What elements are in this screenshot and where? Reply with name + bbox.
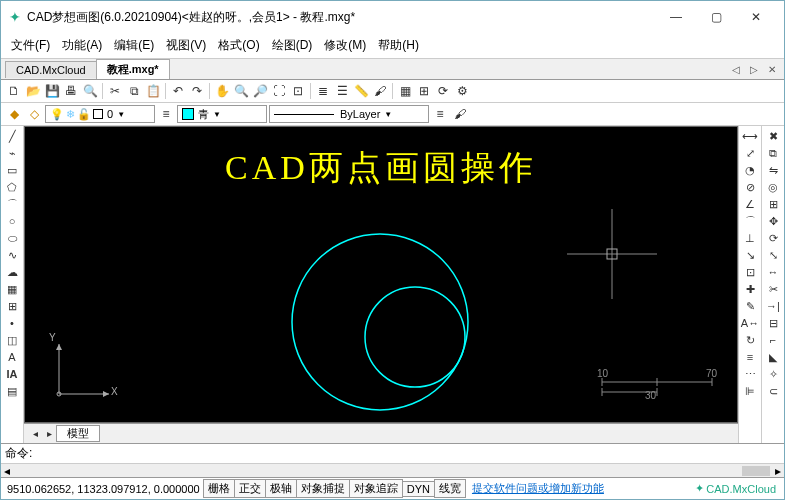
extend-icon[interactable]: →|	[764, 298, 782, 314]
menu-draw[interactable]: 绘图(D)	[266, 35, 319, 56]
copy2-icon[interactable]: ⧉	[764, 145, 782, 161]
line-icon[interactable]: ╱	[3, 128, 21, 144]
dim-angular-icon[interactable]: ∠	[741, 196, 759, 212]
close-button[interactable]: ✕	[736, 5, 776, 29]
tab-last-icon[interactable]: ▸	[42, 428, 56, 439]
scroll-thumb[interactable]	[742, 466, 770, 476]
menu-view[interactable]: 视图(V)	[160, 35, 212, 56]
status-dyn[interactable]: DYN	[402, 481, 435, 497]
dim-diameter-icon[interactable]: ⊘	[741, 179, 759, 195]
settings-icon[interactable]: ⚙	[453, 82, 471, 100]
move-icon[interactable]: ✥	[764, 213, 782, 229]
menu-modify[interactable]: 修改(M)	[318, 35, 372, 56]
leader-icon[interactable]: ↘	[741, 247, 759, 263]
fillet-icon[interactable]: ⌐	[764, 332, 782, 348]
open-icon[interactable]: 📂	[24, 82, 42, 100]
tab-prev-icon[interactable]: ◁	[728, 64, 744, 75]
command-input[interactable]	[34, 446, 780, 462]
dim-aligned-icon[interactable]: ⤢	[741, 145, 759, 161]
zoom-window-icon[interactable]: ⛶	[270, 82, 288, 100]
paste-icon[interactable]: 📋	[144, 82, 162, 100]
ellipse-icon[interactable]: ⬭	[3, 230, 21, 246]
polygon-icon[interactable]: ⬠	[3, 179, 21, 195]
trim-icon[interactable]: ✂	[764, 281, 782, 297]
cut-icon[interactable]: ✂	[106, 82, 124, 100]
arc-icon[interactable]: ⌒	[3, 196, 21, 212]
spline-icon[interactable]: ∿	[3, 247, 21, 263]
rotate-icon[interactable]: ⟳	[764, 230, 782, 246]
zoom-extents-icon[interactable]: ⊡	[289, 82, 307, 100]
tab-next-icon[interactable]: ▷	[746, 64, 762, 75]
scroll-right-icon[interactable]: ▸	[772, 464, 784, 478]
paint-icon[interactable]: 🖌	[371, 82, 389, 100]
tolerance-icon[interactable]: ⊡	[741, 264, 759, 280]
undo-icon[interactable]: ↶	[169, 82, 187, 100]
new-icon[interactable]: 🗋	[5, 82, 23, 100]
explode-icon[interactable]: ✧	[764, 366, 782, 382]
dim-baseline-icon[interactable]: ⊫	[741, 383, 759, 399]
feedback-link[interactable]: 提交软件问题或增加新功能	[472, 481, 604, 496]
region-icon[interactable]: ◫	[3, 332, 21, 348]
linetype-dropdown[interactable]: ByLayer ▼	[269, 105, 429, 123]
status-osnap[interactable]: 对象捕捉	[296, 479, 350, 498]
dim-continue-icon[interactable]: ⋯	[741, 366, 759, 382]
dim-radius-icon[interactable]: ◔	[741, 162, 759, 178]
hatch-icon[interactable]: ▦	[3, 281, 21, 297]
properties-icon[interactable]: ☰	[333, 82, 351, 100]
menu-function[interactable]: 功能(A)	[56, 35, 108, 56]
color-dropdown[interactable]: 青 ▼	[177, 105, 267, 123]
save-icon[interactable]: 💾	[43, 82, 61, 100]
rectangle-icon[interactable]: ▭	[3, 162, 21, 178]
status-polar[interactable]: 极轴	[265, 479, 297, 498]
dim-arc-icon[interactable]: ⌒	[741, 213, 759, 229]
insert-icon[interactable]: ⊞	[415, 82, 433, 100]
join-icon[interactable]: ⊂	[764, 383, 782, 399]
layer-manager-icon[interactable]: ≡	[157, 105, 175, 123]
menu-file[interactable]: 文件(F)	[5, 35, 56, 56]
regen-icon[interactable]: ⟳	[434, 82, 452, 100]
model-tab[interactable]: 模型	[56, 425, 100, 442]
table-icon[interactable]: ▤	[3, 383, 21, 399]
erase-icon[interactable]: ✖	[764, 128, 782, 144]
polyline-icon[interactable]: ⌁	[3, 145, 21, 161]
text-icon[interactable]: A	[3, 349, 21, 365]
drawing-canvas[interactable]: CAD两点画圆操作 Y X	[24, 126, 738, 423]
copy-icon[interactable]: ⧉	[125, 82, 143, 100]
dim-ordinate-icon[interactable]: ⊥	[741, 230, 759, 246]
status-grid[interactable]: 栅格	[203, 479, 235, 498]
minimize-button[interactable]: —	[656, 5, 696, 29]
dim-linear-icon[interactable]: ⟷	[741, 128, 759, 144]
menu-edit[interactable]: 编辑(E)	[108, 35, 160, 56]
dim-text-icon[interactable]: A↔	[741, 315, 759, 331]
lineweight-icon[interactable]: ≡	[431, 105, 449, 123]
scale-icon[interactable]: ⤡	[764, 247, 782, 263]
maximize-button[interactable]: ▢	[696, 5, 736, 29]
measure-icon[interactable]: 📏	[352, 82, 370, 100]
stretch-icon[interactable]: ↔	[764, 264, 782, 280]
tab-tutorial[interactable]: 教程.mxg*	[96, 59, 170, 79]
layer-dropdown[interactable]: 💡 ❄ 🔓 0 ▼	[45, 105, 155, 123]
horizontal-scrollbar[interactable]: ◂ ▸	[1, 463, 784, 477]
status-ortho[interactable]: 正交	[234, 479, 266, 498]
scroll-left-icon[interactable]: ◂	[1, 464, 13, 478]
dim-update-icon[interactable]: ↻	[741, 332, 759, 348]
matchprop-icon[interactable]: 🖌	[451, 105, 469, 123]
chamfer-icon[interactable]: ◣	[764, 349, 782, 365]
layers-icon[interactable]: ≣	[314, 82, 332, 100]
zoom-in-icon[interactable]: 🔍	[232, 82, 250, 100]
dim-edit-icon[interactable]: ✎	[741, 298, 759, 314]
block-insert-icon[interactable]: ⊞	[3, 298, 21, 314]
tab-cloud[interactable]: CAD.MxCloud	[5, 61, 97, 78]
block-icon[interactable]: ▦	[396, 82, 414, 100]
pan-icon[interactable]: ✋	[213, 82, 231, 100]
zoom-out-icon[interactable]: 🔎	[251, 82, 269, 100]
break-icon[interactable]: ⊟	[764, 315, 782, 331]
cloud-icon[interactable]: ☁	[3, 264, 21, 280]
print-icon[interactable]: 🖶	[62, 82, 80, 100]
status-otrack[interactable]: 对象追踪	[349, 479, 403, 498]
redo-icon[interactable]: ↷	[188, 82, 206, 100]
offset-icon[interactable]: ◎	[764, 179, 782, 195]
layer-panel-icon[interactable]: ◇	[25, 105, 43, 123]
circle-icon[interactable]: ○	[3, 213, 21, 229]
preview-icon[interactable]: 🔍	[81, 82, 99, 100]
